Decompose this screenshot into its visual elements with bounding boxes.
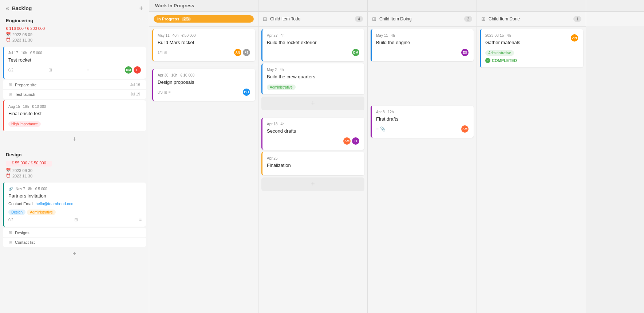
col-header-child-done: Child Item Done [489,16,570,21]
engineering-budget: € 116 000 / € 200 000 [6,26,45,31]
avatar-h: H [351,137,360,145]
card-build-engine[interactable]: May 11 4h Build the engine ES [371,29,474,61]
sub-item-designs[interactable]: ⊞ Designs [3,228,146,237]
tag-design: Design [8,210,25,215]
card-title-test-rocket: Test rocket [8,57,142,63]
subtask-icon: ⊞ [164,51,167,55]
card-title-design-proposals: Design proposals [158,79,251,85]
subtask-icon: ⊞ [9,92,12,97]
avatar-bh: BH [242,88,251,97]
tag-administrative-done: Administrative [485,50,514,56]
subtask-icon: ⊞ [48,67,52,73]
subtask-icon: ⊞ [9,230,12,235]
list-icon: ≡ [376,126,379,132]
avatar-dm: DM [351,48,360,57]
subtask-icon: ⊞ [9,82,12,87]
group-title-engineering: Engineering [6,18,33,23]
design-budget: € 55 000 / € 50 000 [12,161,46,165]
backlog-panel: « Backlog + Engineering € 116 000 / € 20… [0,0,149,313]
add-engineering-card[interactable]: + [0,133,149,146]
section-label-wip: Work In Progress [149,0,258,11]
completed-badge: ✓ COMPLETED [485,58,579,63]
avatar-am: AM [461,125,469,133]
subtask-icon: ⊞ [164,90,167,94]
avatar-dm: DM [124,66,133,74]
card-date: Nov 7 [16,187,25,191]
card-date: Jul 17 [8,51,18,55]
avatar-es: ES [461,48,469,57]
col-header-in-progress[interactable]: In Progress 2/3 [154,15,254,23]
card-hours: 8h [28,187,32,191]
column-child-done: 2023-03-15 4h Gather materials Administr… [477,27,586,313]
section-label-empty4 [586,0,644,11]
grid-icon: ⊞ [263,16,267,22]
sub-item-contact-list[interactable]: ⊞ Contact list [3,238,146,247]
card-title-partners: Partners invitation [8,193,142,199]
card-build-mars-rocket[interactable]: May 11 40h € 50 000 Build Mars rocket 1/… [152,29,255,61]
list-icon: ≡ [87,67,89,73]
add-child-todo-engineering[interactable]: + [261,97,364,110]
card-budget: € 5 000 [35,187,47,191]
card-design-proposals[interactable]: Apr 30 16h € 10 000 Design proposals 0/3… [152,69,255,101]
card-title-finalization: Finalization [267,163,360,168]
sub-item-test-launch[interactable]: ⊞ Test launch Jul 19 [3,90,146,99]
card-finalization[interactable]: Apr 25 Finalization [261,152,364,175]
email-link[interactable]: hello@teamhood.com [36,202,75,206]
col-header-child-doing: Child Item Doing [379,16,461,21]
completed-icon: ✓ [485,58,490,63]
avatar-am: AM [343,137,351,145]
card-title-final-onsite: Final onsite test [8,111,142,116]
section-label-empty2 [368,0,477,11]
card-final-onsite[interactable]: Aug 15 16h € 10 000 Final onsite test Hi… [3,100,146,131]
add-child-todo-design[interactable]: + [261,177,364,191]
backlog-add-button[interactable]: + [139,4,143,12]
card-title-second-drafts: Second drafts [267,128,360,134]
card-date: Aug 15 [8,105,20,109]
card-build-rocket-exterior[interactable]: Apr 27 4h Build the rocket exterior DM [261,29,364,61]
card-budget: € 5 000 [30,51,42,55]
list-icon: ≡ [139,217,142,222]
avatar-an: AN [570,34,579,42]
grid-icon: ⊞ [372,16,376,22]
attach-icon: 📎 [380,126,386,132]
group-engineering: Engineering € 116 000 / € 200 000 📅 2022… [0,15,149,146]
col-header-child-todo: Child Item Todo [270,16,352,21]
collapse-button[interactable]: « [6,5,9,12]
card-title-mars-rocket: Build Mars rocket [158,40,251,45]
card-title-build-engine: Build the engine [376,40,469,45]
engineering-dates: 📅 2022 05 09 ⏰ 2023 11 30 [0,32,149,45]
group-design: Design € 55 000 / € 50 000 📅 2023 09 30 … [0,149,149,261]
subtask-icon: ⊞ [74,217,78,222]
card-partners-invitation[interactable]: 🔗 Nov 7 8h € 5 000 Partners invitation C… [3,183,146,227]
card-title-gather-materials: Gather materials [485,40,579,45]
card-second-drafts[interactable]: Apr 18 4h Second drafts AM H [261,118,364,150]
main-board: Work In Progress In Progress 2/3 ⊞ Child… [149,0,644,313]
design-dates: 📅 2023 09 30 ⏰ 2023 11 30 [0,168,149,181]
grid-icon: ⊞ [481,16,486,22]
section-label-empty3 [477,0,586,11]
backlog-title: Backlog [12,5,32,11]
sub-item-prepare-site[interactable]: ⊞ Prepare site Jul 16 [3,80,146,89]
avatar-an: AN [233,48,242,57]
section-label-empty1 [258,0,368,11]
card-title-first-drafts: First drafts [376,116,469,122]
avatar-l: L [133,66,142,74]
group-title-design: Design [6,152,21,157]
card-build-crew-quarters[interactable]: May 2 4h Build the crew quarters Adminis… [261,63,364,94]
card-title-rocket-exterior: Build the rocket exterior [267,40,360,45]
card-gather-materials[interactable]: 2023-03-15 4h Gather materials Administr… [480,29,583,67]
card-hours: 16h [21,51,27,55]
column-child-todo: Apr 27 4h Build the rocket exterior DM M… [258,27,368,313]
column-in-progress: May 11 40h € 50 000 Build Mars rocket 1/… [149,27,258,313]
card-budget: € 10 000 [32,105,46,109]
add-design-card[interactable]: + [0,247,149,261]
subtask-icon: ⊞ [9,240,12,244]
card-first-drafts[interactable]: Apr 8 12h First drafts ≡ 📎 AM [371,106,474,138]
tag-administrative: Administrative [267,85,296,90]
card-hours: 16h [23,105,29,109]
tag-high-importance: High importance [8,121,41,127]
column-child-doing: May 11 4h Build the engine ES [368,27,477,313]
list-icon: ≡ [169,90,171,94]
card-test-rocket[interactable]: Jul 17 16h € 5 000 Test rocket 0/2 ⊞ ≡ D… [3,47,146,79]
avatar-plus3: +3 [242,48,251,57]
